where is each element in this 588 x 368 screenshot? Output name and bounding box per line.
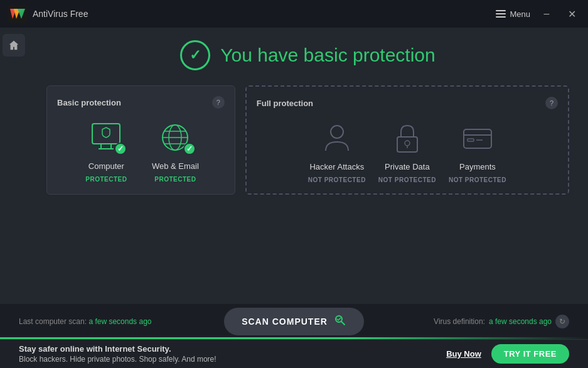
- avg-logo-icon: [8, 5, 28, 23]
- basic-panel-title: Basic protection: [57, 98, 121, 107]
- menu-label: Menu: [510, 9, 530, 19]
- menu-button[interactable]: Menu: [496, 9, 530, 19]
- scan-icon: [334, 314, 346, 329]
- payments-icon: [459, 119, 496, 157]
- home-icon: [8, 40, 19, 51]
- web-status-badge: ✓: [183, 143, 196, 155]
- close-button[interactable]: ✕: [563, 5, 580, 23]
- refresh-icon[interactable]: ↻: [555, 315, 569, 328]
- computer-icon-wrap: ✓: [84, 119, 128, 156]
- home-button[interactable]: [3, 34, 25, 57]
- full-panel-title: Full protection: [257, 99, 313, 108]
- title-bar-right: Menu – ✕: [496, 5, 580, 23]
- full-protection-panel: Full protection ? Hacker Attacks NOT PRO…: [245, 85, 569, 195]
- payments-label: Payments: [459, 162, 496, 171]
- title-bar-left: AntiVirus Free: [8, 5, 88, 23]
- lock-icon: [388, 119, 426, 157]
- promo-text: Stay safer online with Internet Security…: [19, 344, 216, 364]
- full-panel-header: Full protection ?: [257, 97, 558, 109]
- buy-now-button[interactable]: Buy Now: [446, 349, 481, 359]
- checkmark-icon: ✓: [190, 47, 201, 63]
- computer-status-badge: ✓: [114, 143, 127, 155]
- svg-rect-18: [468, 139, 474, 141]
- private-data-item[interactable]: Private Data NOT PROTECTED: [378, 119, 436, 183]
- minimize-button[interactable]: –: [538, 5, 555, 23]
- payments-item[interactable]: Payments NOT PROTECTED: [449, 119, 506, 183]
- hacker-status-label: NOT PROTECTED: [308, 176, 366, 183]
- scan-button-label: SCAN COMPUTER: [242, 317, 328, 327]
- computer-status-label: PROTECTED: [85, 176, 127, 183]
- private-data-status-label: NOT PROTECTED: [378, 176, 436, 183]
- app-title: AntiVirus Free: [33, 9, 88, 19]
- status-header: ✓ You have basic protection: [180, 40, 435, 70]
- virus-info-label: Virus definition:: [434, 317, 485, 326]
- basic-panel-header: Basic protection ?: [57, 96, 225, 109]
- svg-rect-5: [92, 124, 120, 144]
- web-email-protection-item[interactable]: ✓ Web & Email PROTECTED: [147, 119, 203, 183]
- scan-info: Last computer scan: a few seconds ago: [19, 317, 211, 326]
- computer-protection-item[interactable]: ✓ Computer PROTECTED: [78, 119, 134, 183]
- hacker-label: Hacker Attacks: [309, 162, 364, 171]
- scan-time-link[interactable]: a few seconds ago: [88, 317, 151, 326]
- web-status-label: PROTECTED: [154, 176, 196, 183]
- svg-point-14: [405, 141, 410, 146]
- scan-computer-button[interactable]: SCAN COMPUTER: [224, 308, 364, 335]
- status-text: You have basic protection: [220, 45, 435, 66]
- web-label: Web & Email: [152, 161, 199, 171]
- hacker-icon-wrap: [315, 119, 359, 157]
- promo-title: Stay safer online with Internet Security…: [19, 344, 216, 354]
- virus-time-link[interactable]: a few seconds ago: [489, 317, 552, 326]
- full-help-button[interactable]: ?: [545, 97, 558, 109]
- lock-icon-wrap: [385, 119, 429, 157]
- payments-icon-wrap: [456, 119, 500, 157]
- hacker-attacks-item[interactable]: Hacker Attacks NOT PROTECTED: [308, 119, 366, 183]
- svg-point-12: [331, 126, 343, 138]
- scan-info-label: Last computer scan:: [19, 317, 87, 326]
- promo-actions: Buy Now TRY IT FREE: [446, 344, 569, 364]
- panels-row: Basic protection ? ✓: [46, 85, 569, 195]
- title-bar: AntiVirus Free Menu – ✕: [0, 0, 588, 28]
- hamburger-icon: [496, 10, 506, 18]
- computer-label: Computer: [88, 161, 124, 171]
- sidebar: [0, 28, 28, 318]
- basic-items-grid: ✓ Computer PROTECTED: [57, 119, 225, 183]
- full-items-grid: Hacker Attacks NOT PROTECTED Private Dat…: [257, 119, 558, 183]
- basic-help-button[interactable]: ?: [212, 96, 225, 109]
- virus-info: Virus definition: a few seconds ago ↻: [377, 315, 569, 328]
- private-data-label: Private Data: [385, 162, 430, 171]
- bottom-bar: Last computer scan: a few seconds ago SC…: [0, 304, 588, 339]
- svg-rect-13: [397, 137, 417, 152]
- promo-subtitle: Block hackers. Hide private photos. Shop…: [19, 355, 216, 364]
- svg-line-21: [341, 322, 345, 325]
- payments-status-label: NOT PROTECTED: [449, 176, 506, 183]
- promo-bar: Stay safer online with Internet Security…: [0, 339, 588, 368]
- try-it-free-button[interactable]: TRY IT FREE: [491, 344, 569, 364]
- main-content: ✓ You have basic protection Basic protec…: [28, 28, 588, 318]
- status-circle: ✓: [180, 40, 210, 70]
- hacker-icon: [318, 119, 356, 157]
- basic-protection-panel: Basic protection ? ✓: [46, 85, 235, 195]
- web-icon-wrap: ✓: [153, 119, 197, 156]
